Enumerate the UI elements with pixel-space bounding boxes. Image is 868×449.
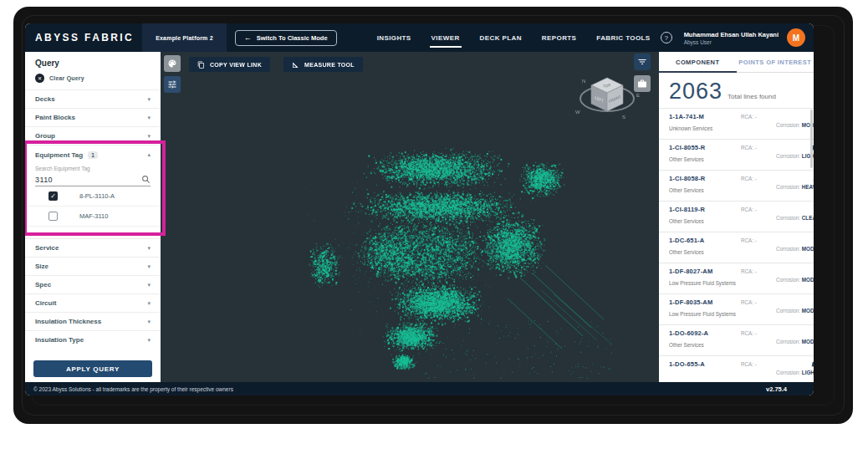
equipment-tag-header[interactable]: Equipment Tag 1	[25, 145, 161, 164]
corrosion-label: Corrosion:	[776, 308, 800, 314]
sidebar-section[interactable]: Insulation Thickness	[25, 312, 161, 330]
main-area: Query Clear Query Decks Paint Blocks Gro…	[25, 52, 814, 382]
sidebar-section[interactable]: Size	[25, 257, 161, 275]
sidebar-section[interactable]: Decks	[25, 89, 161, 108]
clear-icon	[35, 74, 44, 83]
component-name: 1-DO-6092-A	[669, 329, 741, 337]
sidebar-section-label: Insulation Thickness	[35, 318, 101, 325]
component-row[interactable]: 1-DF-8035-AM Low Pressure Fluid Systems …	[659, 293, 814, 324]
equipment-option[interactable]: 8-PL-3110-A	[25, 186, 161, 207]
tune-button[interactable]	[164, 76, 181, 93]
nav-cube[interactable]: N E S W TOP LEFT FRONT	[572, 69, 642, 127]
component-row[interactable]: 1-DO-655-A RCA: - Corrosion: LIGHT	[659, 355, 814, 382]
component-service: Other Services	[669, 156, 741, 162]
equipment-option[interactable]: MAF-3110	[25, 207, 161, 227]
avatar[interactable]: M	[787, 28, 805, 47]
apply-query-button[interactable]: APPLY QUERY	[33, 360, 152, 377]
component-row[interactable]: 1-DC-651-A Other Services RCA: - Corrosi…	[659, 232, 814, 263]
corrosion-label: Corrosion:	[776, 246, 800, 252]
sidebar-section[interactable]: Service	[25, 238, 161, 257]
component-id-block: 1-CI-8055-R Other Services	[669, 144, 741, 170]
component-status-block: Corrosion: MODERATE	[776, 329, 814, 355]
equipment-search-input[interactable]: 3110	[35, 173, 151, 186]
chevron-down-icon	[147, 282, 151, 288]
component-row[interactable]: 1-CI-8058-R Other Services RCA: - Corros…	[659, 170, 814, 201]
user-info[interactable]: Muhammad Ehsan Ullah Kayani Abyss User	[684, 31, 779, 45]
corrosion-label: Corrosion:	[776, 339, 800, 344]
corrosion-label: Corrosion:	[776, 122, 800, 128]
component-row[interactable]: 1-CI-8055-R Other Services RCA: - Corros…	[659, 139, 814, 170]
component-name: 1-CI-8055-R	[669, 144, 741, 151]
copy-view-link-label: COPY VIEW LINK	[210, 62, 262, 68]
nav-item[interactable]: REPORTS	[540, 23, 578, 52]
panel-tab[interactable]: COMPONENT	[659, 52, 737, 72]
component-rca: RCA: -	[741, 330, 776, 355]
component-row[interactable]: 1-DF-8027-AM Low Pressure Fluid Systems …	[659, 263, 814, 293]
nav-item[interactable]: INSIGHTS	[375, 23, 413, 52]
compass-e[interactable]: E	[636, 93, 640, 98]
bell-icon[interactable]	[813, 206, 814, 213]
compass-s[interactable]: S	[622, 115, 625, 120]
sidebar-section-label: Size	[35, 263, 49, 270]
help-icon[interactable]: ?	[661, 32, 672, 43]
component-row[interactable]: 1-CI-8119-R Other Services RCA: - Corros…	[659, 201, 814, 232]
sidebar-section-label: Circuit	[35, 299, 56, 307]
sidebar-section[interactable]: Insulation Type	[25, 330, 161, 349]
bell-icon[interactable]	[810, 360, 814, 368]
nav-item-label: VIEWER	[431, 34, 460, 42]
copy-view-link-button[interactable]: COPY VIEW LINK	[189, 57, 270, 72]
palette-button[interactable]	[164, 55, 181, 72]
app-window: ABYSS FABRIC Example Platform 2 ← Switch…	[25, 23, 814, 395]
scrollbar[interactable]	[810, 110, 813, 168]
component-row[interactable]: 1-1A-741-M Unknown Services RCA: - Corro…	[659, 108, 814, 139]
checkbox[interactable]	[49, 191, 58, 201]
panel-tab[interactable]: POINTS OF INTEREST	[737, 52, 814, 72]
nav-item[interactable]: DECK PLAN	[478, 23, 523, 52]
chevron-up-icon	[147, 151, 151, 158]
component-service: Unknown Services	[669, 125, 741, 131]
component-rca: RCA: -	[741, 176, 776, 201]
top-bar: ABYSS FABRIC Example Platform 2 ← Switch…	[25, 23, 814, 52]
corrosion-value: MODERATE	[802, 246, 814, 252]
component-service: Other Services	[669, 342, 741, 348]
sidebar-section[interactable]: Group	[25, 126, 161, 145]
equipment-tag-section: Equipment Tag 1 Search Equipment Tag 311…	[25, 145, 161, 238]
nav-item[interactable]: VIEWER	[430, 23, 462, 52]
toolbox-button[interactable]	[634, 75, 651, 92]
equipment-option-label: 8-PL-3110-A	[79, 192, 115, 200]
equipment-search-value: 3110	[35, 176, 141, 184]
component-rca: RCA: -	[741, 361, 776, 382]
component-name: 1-DO-655-A	[669, 360, 741, 368]
nav-item[interactable]: FABRIC TOOLS	[595, 23, 651, 52]
component-id-block: 1-CI-8119-R Other Services	[669, 206, 741, 232]
component-name: 1-DF-8027-AM	[669, 268, 741, 275]
result-count-caption: Total lines found	[728, 93, 776, 100]
component-rca: RCA: -	[741, 237, 776, 263]
viewport-3d[interactable]: COPY VIEW LINK MEASURE TOOL	[161, 52, 659, 382]
component-row[interactable]: 1-DO-6092-A Other Services RCA: - Corros…	[659, 324, 814, 355]
component-corrosion: Corrosion: MODERATE	[776, 308, 814, 314]
result-count: 2063	[669, 80, 722, 103]
platform-selector[interactable]: Example Platform 2	[142, 23, 227, 52]
chevron-down-icon	[147, 263, 151, 270]
bell-icon[interactable]	[812, 175, 814, 182]
equipment-options: 8-PL-3110-A MAF-3110	[25, 186, 161, 227]
corrosion-value: MODERATE	[802, 339, 814, 344]
sidebar-section[interactable]: Spec	[25, 275, 161, 293]
component-id-block: 1-DO-655-A	[669, 360, 741, 382]
sidebar-sections-top: Decks Paint Blocks Group	[25, 89, 161, 145]
component-corrosion: Corrosion: CLEAN	[776, 215, 814, 221]
viewport-tool-column	[164, 55, 181, 93]
measure-tool-button[interactable]: MEASURE TOOL	[283, 57, 363, 72]
component-service: Low Pressure Fluid Systems	[669, 280, 741, 286]
sidebar-section[interactable]: Paint Blocks	[25, 108, 161, 126]
compass-n[interactable]: N	[582, 79, 585, 84]
filter-button[interactable]	[634, 54, 651, 70]
user-name: Muhammad Ehsan Ullah Kayani	[684, 31, 779, 38]
sidebar-sections-bottom: Service Size Spec Circuit Insulation Thi…	[25, 238, 161, 349]
sidebar-section[interactable]: Circuit	[25, 293, 161, 312]
clear-query-button[interactable]: Clear Query	[25, 70, 161, 89]
compass-w[interactable]: W	[575, 110, 580, 115]
checkbox[interactable]	[49, 212, 58, 221]
switch-classic-mode-button[interactable]: ← Switch To Classic Mode	[235, 30, 337, 46]
